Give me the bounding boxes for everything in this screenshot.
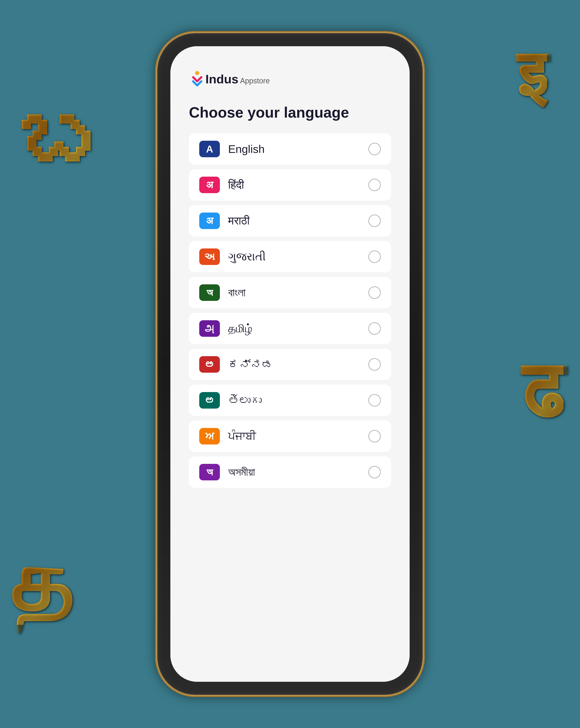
lang-radio-tamil[interactable] [368, 322, 381, 335]
lang-icon-telugu: అ [199, 392, 220, 409]
language-item-gujarati[interactable]: અ ગુજરાતી [189, 241, 391, 272]
logo-text: IndusAppstore [206, 73, 270, 85]
page-title: Choose your language [189, 104, 391, 121]
phone-screen: IndusAppstore Choose your language A Eng… [170, 46, 410, 682]
lang-icon-marathi: अ [199, 212, 220, 229]
language-item-telugu[interactable]: అ తెలుగు [189, 385, 391, 416]
lang-icon-gujarati: અ [199, 249, 220, 265]
lang-radio-bangla[interactable] [368, 286, 381, 299]
language-item-kannada[interactable]: ಅ ಕನ್ನಡ [189, 349, 391, 380]
indus-logo-icon [189, 71, 206, 87]
lang-radio-telugu[interactable] [368, 394, 381, 407]
logo-brand-name: Indus [206, 73, 238, 85]
lang-name-telugu: తెలుగు [228, 394, 368, 407]
lang-icon-bangla: অ [199, 284, 220, 301]
lang-name-tamil: தமிழ் [228, 322, 368, 335]
logo-appstore-text: Appstore [240, 77, 270, 85]
language-item-english[interactable]: A English [189, 133, 391, 165]
lang-name-hindi: हिंदी [228, 178, 368, 191]
lang-radio-hindi[interactable] [368, 179, 381, 191]
lang-radio-gujarati[interactable] [368, 251, 381, 263]
decorative-char-right: ढ [521, 351, 563, 429]
lang-icon-kannada: ಅ [199, 356, 220, 373]
lang-radio-punjabi[interactable] [368, 430, 381, 442]
language-item-tamil[interactable]: அ தமிழ் [189, 313, 391, 344]
language-item-assamese[interactable]: অ অসমীয়া [189, 457, 391, 488]
language-item-hindi[interactable]: अ हिंदी [189, 169, 391, 201]
lang-icon-tamil: அ [199, 320, 220, 337]
language-item-bangla[interactable]: অ বাংলা [189, 277, 391, 308]
lang-name-english: English [228, 142, 368, 155]
decorative-char-top-left: ಬ [17, 99, 103, 186]
language-item-marathi[interactable]: अ मराठी [189, 205, 391, 236]
lang-radio-english[interactable] [368, 143, 381, 155]
lang-radio-assamese[interactable] [368, 466, 381, 478]
lang-name-punjabi: ਪੰਜਾਬੀ [228, 430, 368, 443]
lang-icon-english: A [199, 141, 220, 157]
lang-name-bangla: বাংলা [228, 286, 368, 299]
phone-frame: IndusAppstore Choose your language A Eng… [158, 34, 422, 694]
lang-name-kannada: ಕನ್ನಡ [228, 358, 368, 371]
lang-name-gujarati: ગુજરાતી [228, 250, 368, 263]
lang-name-assamese: অসমীয়া [228, 466, 368, 479]
logo-area: IndusAppstore [189, 71, 391, 87]
language-item-punjabi[interactable]: ਅ ਪੰਜਾਬੀ [189, 420, 391, 452]
lang-icon-punjabi: ਅ [199, 428, 220, 444]
screen-content: IndusAppstore Choose your language A Eng… [170, 46, 410, 682]
lang-radio-marathi[interactable] [368, 215, 381, 227]
lang-icon-assamese: অ [199, 464, 220, 480]
language-list: A English अ हिंदी अ मराठी અ ગુજરાતી অ বা… [189, 133, 391, 669]
lang-radio-kannada[interactable] [368, 358, 381, 371]
lang-name-marathi: मराठी [228, 214, 368, 227]
svg-point-0 [195, 71, 199, 75]
decorative-char-bottom-left: த [12, 538, 73, 625]
lang-icon-hindi: अ [199, 177, 220, 193]
decorative-char-top-right: इ [517, 41, 547, 107]
